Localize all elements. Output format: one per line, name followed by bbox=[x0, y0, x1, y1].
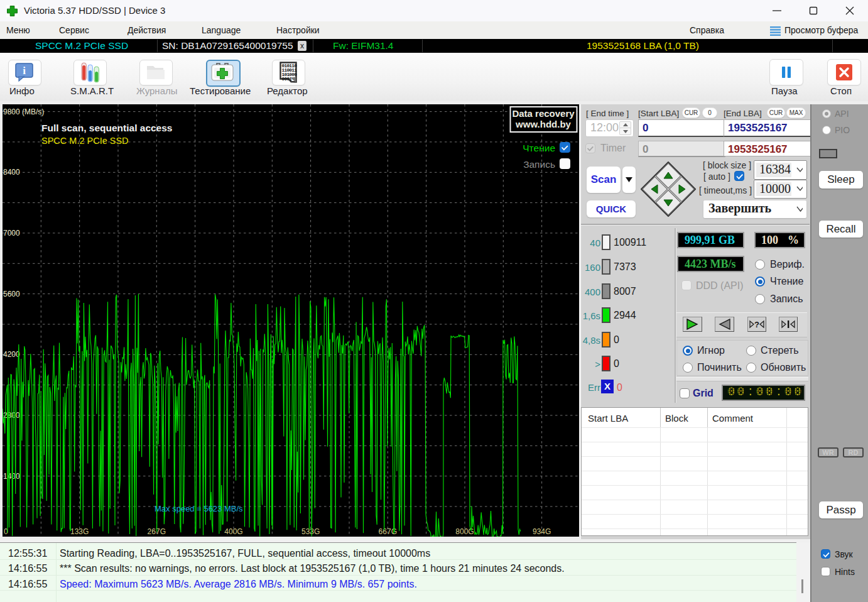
svg-text:SPCC M.2 PCIe SSD: SPCC M.2 PCIe SSD bbox=[41, 136, 129, 146]
svg-text:133G: 133G bbox=[70, 527, 89, 536]
svg-text:0001: 0001 bbox=[282, 77, 293, 82]
svg-text:533G: 533G bbox=[301, 527, 320, 536]
svg-text:400G: 400G bbox=[224, 527, 242, 536]
svg-text:Full scan, sequential access: Full scan, sequential access bbox=[41, 123, 173, 133]
svg-text:8400: 8400 bbox=[3, 168, 20, 177]
svg-text:934G: 934G bbox=[533, 527, 551, 536]
svg-text:Запись: Запись bbox=[523, 159, 555, 170]
svg-text:?: ? bbox=[754, 320, 759, 329]
svg-text:7000: 7000 bbox=[3, 229, 20, 238]
svg-text:5600: 5600 bbox=[3, 290, 20, 298]
svg-text:Max speed = 5623 MB/s: Max speed = 5623 MB/s bbox=[155, 504, 243, 513]
svg-text:9800 (MB/s): 9800 (MB/s) bbox=[3, 107, 44, 116]
svg-text:4200: 4200 bbox=[3, 350, 20, 359]
svg-text:www.hdd.by: www.hdd.by bbox=[515, 119, 571, 129]
svg-text:i: i bbox=[23, 65, 26, 77]
svg-text:Чтение: Чтение bbox=[523, 143, 555, 153]
svg-text:1400: 1400 bbox=[3, 472, 20, 481]
svg-text:Data recovery: Data recovery bbox=[512, 108, 575, 119]
